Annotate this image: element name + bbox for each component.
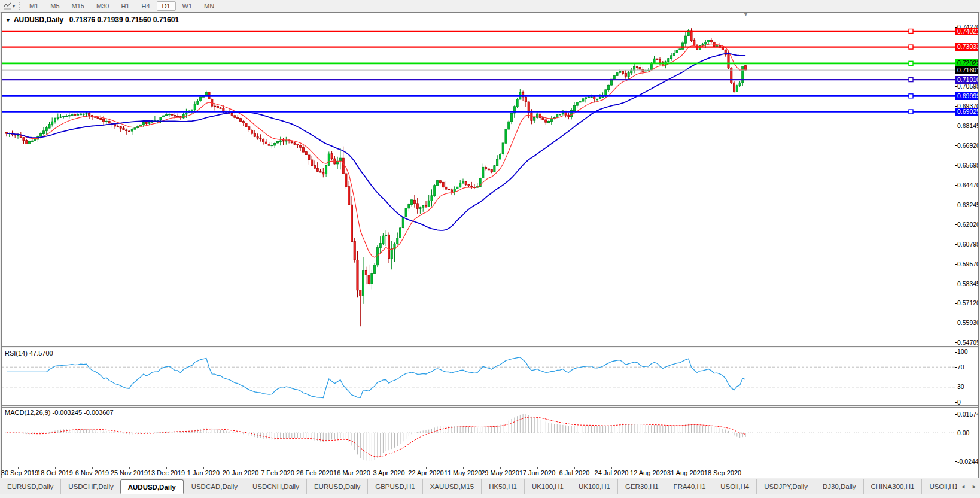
timeframe-button-w1[interactable]: W1 xyxy=(177,1,198,11)
chart-tab-xauusd-m15[interactable]: XAUUSD,M15 xyxy=(422,479,482,494)
date-axis[interactable]: 30 Sep 201918 Oct 20196 Nov 201925 Nov 2… xyxy=(2,467,978,478)
date-axis-label: 18 Sep 2020 xyxy=(704,469,741,476)
price-axis-label: 0.54705 xyxy=(957,339,978,346)
fast-ma-line xyxy=(7,44,745,257)
chart-tool-dropdown-caret-icon[interactable]: ▾ xyxy=(13,4,15,9)
rsi-line xyxy=(7,357,745,398)
date-axis-label: 1 Jan 2020 xyxy=(187,469,220,476)
timeframe-button-mn[interactable]: MN xyxy=(199,1,220,11)
price-axis-label: 0.66920 xyxy=(957,142,978,150)
price-axis-label: 0.59570 xyxy=(957,260,978,268)
date-axis-label: 6 Nov 2019 xyxy=(75,469,109,476)
date-axis-label: 31 Aug 2020 xyxy=(667,469,704,476)
macd-axis-label: -0.024412 xyxy=(957,458,978,466)
chart-tab-usoil-h1[interactable]: USOil,H1 xyxy=(921,479,957,494)
chart-tab-usdcad-daily[interactable]: USDCAD,Daily xyxy=(184,479,245,494)
date-axis-label: 22 Apr 2020 xyxy=(408,469,443,476)
chart-tab-gbpusd-h1[interactable]: GBPUSD,H1 xyxy=(367,479,422,494)
timeframe-button-h4[interactable]: H4 xyxy=(136,1,155,11)
macd-pane[interactable]: MACD(12,26,9) -0.003245 -0.003607 0.0157… xyxy=(2,408,978,467)
date-axis-label: 20 Jan 2020 xyxy=(223,469,259,476)
price-axis-label: 0.58345 xyxy=(957,280,978,288)
date-axis-label: 29 May 2020 xyxy=(481,469,519,476)
horizontal-line-0.69999[interactable] xyxy=(2,94,955,98)
chart-tab-eurusd-daily[interactable]: EURUSD,Daily xyxy=(0,479,60,494)
price-axis-label: 0.65695 xyxy=(957,162,978,169)
date-axis-label: 12 Aug 2020 xyxy=(630,469,667,476)
chart-tab-usdjpy-daily[interactable]: USDJPY,Daily xyxy=(756,479,815,494)
macd-signal-line xyxy=(7,417,745,457)
chart-tab-usdcnh-daily[interactable]: USDCNH,Daily xyxy=(245,479,306,494)
date-axis-label: 30 Sep 2019 xyxy=(1,469,38,476)
timeframe-button-m30[interactable]: M30 xyxy=(91,1,114,11)
macd-canvas[interactable] xyxy=(2,408,978,467)
toolbar-grip xyxy=(19,2,20,10)
timeframe-button-h1[interactable]: H1 xyxy=(115,1,135,11)
price-axis-label: 0.55930 xyxy=(957,319,978,327)
collapse-caret-icon[interactable]: ▼ xyxy=(5,17,11,23)
timeframe-button-m5[interactable]: M5 xyxy=(45,1,65,11)
horizontal-line-0.69025[interactable] xyxy=(2,110,955,114)
hline-price-label: 0.71601 xyxy=(955,66,978,74)
date-axis-label: 25 Nov 2019 xyxy=(111,469,148,476)
date-axis-label: 11 May 2020 xyxy=(445,469,482,476)
price-axis-label: 0.68145 xyxy=(957,122,978,130)
date-axis-label: 17 Jun 2020 xyxy=(519,469,556,476)
date-axis-label: 24 Jul 2020 xyxy=(595,469,629,476)
rsi-axis-label: 70 xyxy=(957,363,978,371)
hline-price-label: 0.73033 xyxy=(955,43,978,51)
chart-tab-eurusd-daily[interactable]: EURUSD,Daily xyxy=(306,479,367,494)
date-axis-label: 16 Mar 2020 xyxy=(333,469,370,476)
chart-tab-hk50-h1[interactable]: HK50,H1 xyxy=(481,479,524,494)
chart-tab-uk100-h1[interactable]: UK100,H1 xyxy=(571,479,617,494)
hline-price-label: 0.69999 xyxy=(955,92,978,100)
tab-scroll-right-icon[interactable]: ► xyxy=(969,484,980,490)
rsi-pane[interactable]: RSI(14) 47.5700 10070300 xyxy=(2,348,978,405)
timeframe-button-d1[interactable]: D1 xyxy=(157,1,176,11)
hline-price-label: 0.74021 xyxy=(955,28,978,35)
date-axis-label: 6 Jul 2020 xyxy=(559,469,590,476)
horizontal-line-0.74021[interactable] xyxy=(2,29,955,34)
date-axis-label: 13 Dec 2019 xyxy=(148,469,185,476)
date-axis-label: 7 Feb 2020 xyxy=(261,469,294,476)
hline-price-label: 0.69025 xyxy=(955,108,978,116)
main-chart-canvas[interactable] xyxy=(2,13,978,346)
chart-tab-ger30-h1[interactable]: GER30,H1 xyxy=(617,479,666,494)
rsi-axis-label: 0 xyxy=(957,399,978,405)
timeframe-button-m1[interactable]: M1 xyxy=(24,1,44,11)
date-axis-label: 3 Apr 2020 xyxy=(373,469,404,476)
price-axis-label: 0.57120 xyxy=(957,299,978,307)
chart-tab-usoil-h4[interactable]: USOil,H4 xyxy=(713,479,756,494)
macd-axis-label: 0.015741 xyxy=(957,411,978,418)
macd-label: MACD(12,26,9) -0.003245 -0.003607 xyxy=(5,409,114,416)
price-axis-label: 0.62020 xyxy=(957,221,978,229)
chart-title: ▼AUDUSD,Daily 0.71876 0.71939 0.71560 0.… xyxy=(5,16,179,24)
top-toolbar: ▾ M1M5M15M30H1H4D1W1MN xyxy=(0,0,980,13)
date-axis-label: 26 Feb 2020 xyxy=(296,469,333,476)
horizontal-line-0.71010[interactable] xyxy=(2,78,955,82)
rsi-label: RSI(14) 47.5700 xyxy=(5,350,53,357)
chart-cursor-icon[interactable] xyxy=(2,1,13,11)
chart-tab-usdchf-daily[interactable]: USDCHF,Daily xyxy=(60,479,120,494)
price-axis-label: 0.63245 xyxy=(957,201,978,209)
main-price-pane[interactable]: ▼AUDUSD,Daily 0.71876 0.71939 0.71560 0.… xyxy=(2,13,978,346)
candles xyxy=(5,28,746,326)
chart-window: ▼AUDUSD,Daily 0.71876 0.71939 0.71560 0.… xyxy=(1,12,979,478)
chart-tab-dj30-daily[interactable]: DJ30,Daily xyxy=(815,479,863,494)
tab-scroll-left-icon[interactable]: ◄ xyxy=(957,484,969,490)
chart-tab-china300-h1[interactable]: CHINA300,H1 xyxy=(863,479,922,494)
horizontal-line-0.72022[interactable] xyxy=(2,61,955,65)
chart-tab-uk100-h1[interactable]: UK100,H1 xyxy=(524,479,571,494)
hline-price-label: 0.71010 xyxy=(955,76,978,84)
rsi-axis-label: 30 xyxy=(957,383,978,391)
chart-shift-marker-icon[interactable]: ▼ xyxy=(743,13,748,17)
tab-scroll-buttons: ◄► xyxy=(957,479,980,494)
date-axis-label: 18 Oct 2019 xyxy=(37,469,73,476)
horizontal-line-0.73033[interactable] xyxy=(2,45,955,49)
chart-tab-audusd-daily[interactable]: AUDUSD,Daily xyxy=(120,479,184,494)
timeframe-button-group: M1M5M15M30H1H4D1W1MN xyxy=(23,1,220,11)
chart-tab-fra40-h1[interactable]: FRA40,H1 xyxy=(666,479,713,494)
timeframe-button-m15[interactable]: M15 xyxy=(66,1,90,11)
rsi-canvas[interactable] xyxy=(2,348,978,405)
price-axis-label: 0.64470 xyxy=(957,181,978,189)
